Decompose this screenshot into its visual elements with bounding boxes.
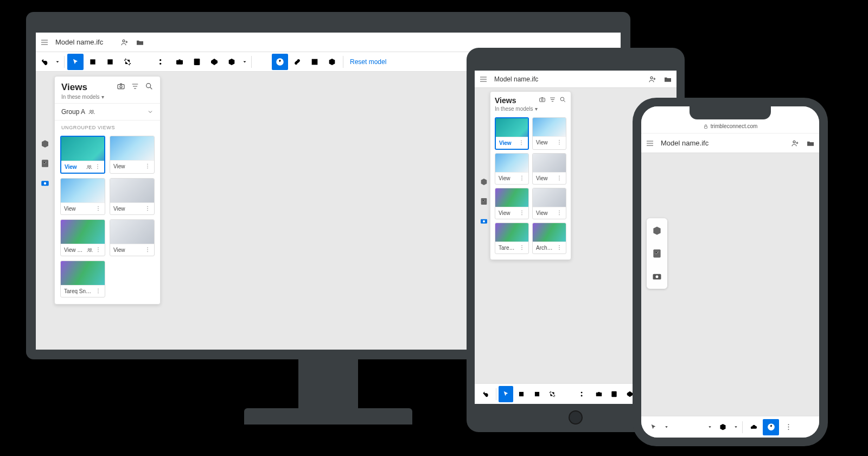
- add-button[interactable]: [688, 419, 705, 435]
- pointer-tool[interactable]: [499, 386, 513, 402]
- view-more-icon[interactable]: [556, 139, 563, 147]
- view-card[interactable]: Arch - Horiz...: [532, 223, 566, 254]
- layers-tool[interactable]: [254, 54, 271, 70]
- sort-icon[interactable]: [549, 96, 556, 103]
- view-more-icon[interactable]: [144, 205, 151, 213]
- add-dropdown[interactable]: [706, 419, 713, 435]
- folder-icon[interactable]: [663, 75, 672, 84]
- view-more-icon[interactable]: [556, 244, 563, 252]
- cube-tool[interactable]: [324, 54, 340, 70]
- phone-notch: [690, 106, 771, 119]
- help-button[interactable]: [272, 54, 288, 70]
- view-card[interactable]: Tareq Snap...: [60, 261, 105, 297]
- undo-button[interactable]: [36, 54, 53, 70]
- view-more-icon[interactable]: [95, 205, 101, 213]
- reset-model-link[interactable]: Reset model: [346, 58, 391, 66]
- menu-icon[interactable]: [479, 75, 488, 84]
- view-group-row[interactable]: Group A: [55, 103, 160, 121]
- folder-icon[interactable]: [136, 38, 144, 47]
- invite-people-icon[interactable]: [791, 139, 800, 148]
- cut-icon[interactable]: [154, 54, 170, 70]
- todo-tool[interactable]: [607, 386, 622, 402]
- views-panel-subtitle[interactable]: In these models ▾: [61, 94, 104, 100]
- package-tool[interactable]: [714, 419, 731, 435]
- more-tools[interactable]: [780, 419, 796, 435]
- view-card[interactable]: View: [110, 136, 155, 174]
- rail-models-icon[interactable]: [38, 137, 52, 151]
- view-card[interactable]: View: [532, 117, 566, 150]
- view-card[interactable]: View: [60, 178, 105, 215]
- package-tool[interactable]: [224, 54, 240, 70]
- view-more-icon[interactable]: [95, 246, 101, 254]
- section-tool[interactable]: [529, 386, 544, 402]
- view-more-icon[interactable]: [518, 140, 525, 147]
- clip-tool[interactable]: [545, 386, 560, 402]
- view-card[interactable]: View: [495, 188, 529, 219]
- invite-people-icon[interactable]: [648, 75, 657, 84]
- phone-address-bar[interactable]: trimbleconnect.com: [641, 119, 819, 134]
- rail-models-icon[interactable]: [650, 224, 664, 238]
- select-tool[interactable]: [85, 54, 101, 70]
- clip-tool[interactable]: [119, 54, 136, 70]
- camera-tool[interactable]: [171, 54, 188, 70]
- camera-tool[interactable]: [592, 386, 607, 402]
- snapshot-icon[interactable]: [117, 82, 125, 91]
- view-card[interactable]: View na...: [60, 219, 105, 256]
- view-card[interactable]: View: [495, 117, 529, 150]
- view-card[interactable]: Tareq Snap...: [495, 223, 529, 254]
- search-icon[interactable]: [145, 82, 154, 91]
- menu-icon[interactable]: [40, 38, 49, 47]
- markup-tool[interactable]: [206, 54, 222, 70]
- snapshot-icon[interactable]: [539, 96, 546, 103]
- pointer-tool[interactable]: [67, 54, 84, 70]
- tablet-home-button[interactable]: [569, 410, 583, 425]
- view-more-icon[interactable]: [519, 244, 525, 252]
- undo-dropdown[interactable]: [54, 54, 61, 70]
- measure-tool[interactable]: [560, 386, 575, 402]
- rail-views-icon[interactable]: [650, 269, 664, 283]
- folder-icon[interactable]: [806, 139, 815, 148]
- rail-todos-icon[interactable]: [650, 246, 664, 261]
- menu-icon[interactable]: [646, 139, 654, 148]
- view-more-icon[interactable]: [519, 210, 525, 217]
- rail-todos-icon[interactable]: [38, 156, 52, 170]
- cloud-icon[interactable]: [745, 419, 762, 435]
- views-panel-subtitle[interactable]: In these models ▾: [495, 106, 538, 112]
- toolbar-separator: [496, 388, 496, 400]
- view-more-icon[interactable]: [556, 210, 563, 217]
- view-more-icon[interactable]: [144, 246, 151, 254]
- phone-3d-viewport[interactable]: [641, 153, 819, 416]
- view-card[interactable]: View: [110, 219, 155, 256]
- pointer-dropdown[interactable]: [662, 419, 670, 435]
- undo-button[interactable]: [478, 386, 493, 402]
- todo-tool[interactable]: [189, 54, 205, 70]
- rail-views-icon[interactable]: [38, 176, 52, 190]
- invite-people-icon[interactable]: [120, 38, 129, 47]
- package-dropdown[interactable]: [732, 419, 739, 435]
- rail-views-icon[interactable]: [477, 214, 491, 228]
- view-more-icon[interactable]: [95, 288, 101, 295]
- link-tool[interactable]: [289, 54, 305, 70]
- help-button[interactable]: [763, 419, 779, 435]
- view-card[interactable]: View: [532, 153, 566, 185]
- package-dropdown[interactable]: [241, 54, 248, 70]
- sort-icon[interactable]: [131, 82, 139, 91]
- pointer-tool[interactable]: [645, 419, 661, 435]
- view-card[interactable]: View: [532, 188, 566, 219]
- rail-models-icon[interactable]: [477, 175, 491, 189]
- view-card[interactable]: View: [60, 136, 105, 174]
- grid-tool[interactable]: [307, 54, 323, 70]
- view-card[interactable]: View: [495, 153, 529, 185]
- view-more-icon[interactable]: [556, 175, 563, 182]
- search-icon[interactable]: [559, 96, 566, 103]
- view-card[interactable]: View: [110, 178, 155, 215]
- view-more-icon[interactable]: [144, 163, 151, 170]
- measure-tool[interactable]: [671, 419, 687, 435]
- section-tool[interactable]: [102, 54, 118, 70]
- cut-icon[interactable]: [576, 386, 591, 402]
- view-more-icon[interactable]: [94, 163, 101, 171]
- rail-todos-icon[interactable]: [477, 194, 491, 208]
- view-more-icon[interactable]: [519, 175, 525, 182]
- select-tool[interactable]: [514, 386, 529, 402]
- measure-tool[interactable]: [137, 54, 153, 70]
